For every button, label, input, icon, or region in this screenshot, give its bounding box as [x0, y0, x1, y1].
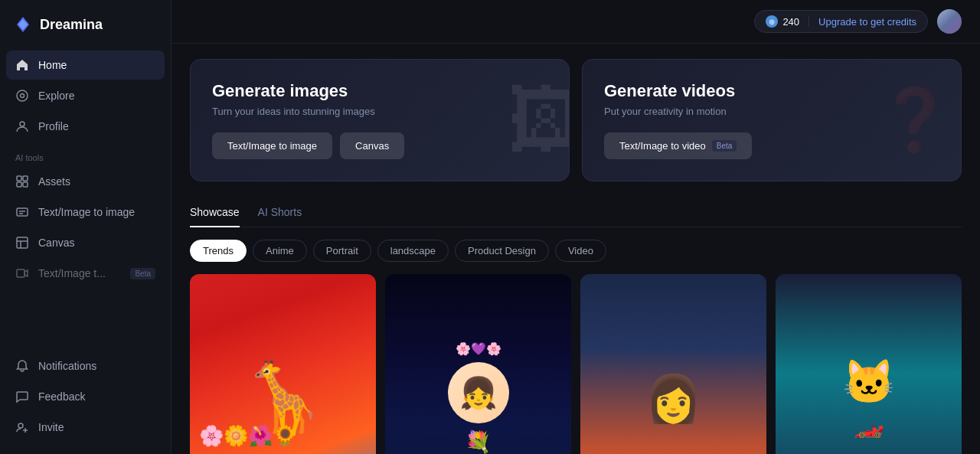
- filter-trends[interactable]: Trends: [190, 240, 247, 262]
- sidebar-label-feedback: Feedback: [38, 390, 85, 403]
- sidebar-item-home[interactable]: Home: [6, 51, 165, 80]
- credits-pill[interactable]: ⊕ 240 Upgrade to get credits: [754, 10, 928, 33]
- sidebar-label-text-image: Text/Image to image: [38, 206, 135, 218]
- hero-cards: 🖼 Generate images Turn your ideas into s…: [190, 59, 962, 181]
- generate-videos-card: ❓ Generate videos Put your creativity in…: [582, 59, 962, 181]
- sidebar-item-profile[interactable]: Profile: [6, 112, 165, 141]
- bell-icon: [15, 359, 29, 373]
- upgrade-link[interactable]: Upgrade to get credits: [818, 16, 916, 28]
- video-beta-badge: Beta: [712, 140, 737, 152]
- svg-rect-8: [17, 237, 28, 248]
- user-avatar[interactable]: [937, 9, 962, 34]
- showcase-tabs: Showcase AI Shorts: [190, 200, 962, 227]
- videos-card-title: Generate videos: [604, 81, 939, 101]
- filter-video[interactable]: Video: [555, 240, 606, 262]
- svg-rect-5: [17, 182, 21, 187]
- grid-item-giraffe[interactable]: 🦒 🌸🌼🌺🌻 🌷🌼: [190, 274, 376, 454]
- main-content: ⊕ 240 Upgrade to get credits 🖼 Generate …: [172, 0, 980, 454]
- video-icon: [15, 266, 29, 280]
- sidebar-label-canvas: Canvas: [38, 237, 74, 249]
- sidebar-item-text-image[interactable]: Text/Image to image: [6, 198, 165, 227]
- logo-area[interactable]: Dreamina: [0, 0, 171, 51]
- sidebar-label-assets: Assets: [38, 175, 70, 188]
- sidebar-item-assets[interactable]: Assets: [6, 167, 165, 196]
- filter-portrait[interactable]: Portrait: [313, 240, 371, 262]
- generate-images-card: 🖼 Generate images Turn your ideas into s…: [190, 59, 570, 181]
- sidebar: Dreamina Home Explore Profile AI tools: [0, 0, 172, 454]
- svg-rect-4: [23, 176, 28, 181]
- grid-item-portrait[interactable]: 👩 🌊: [580, 274, 766, 454]
- sidebar-label-explore: Explore: [38, 90, 74, 102]
- sidebar-label-profile: Profile: [38, 120, 69, 132]
- svg-point-10: [18, 423, 23, 428]
- sidebar-label-invite: Invite: [38, 421, 64, 433]
- text-image-button[interactable]: Text/Image to image: [212, 132, 332, 159]
- canvas-button[interactable]: Canvas: [340, 132, 404, 159]
- app-name: Dreamina: [40, 17, 103, 33]
- grid-item-cat-car[interactable]: 🐱 🏎️: [776, 274, 962, 454]
- sidebar-item-feedback[interactable]: Feedback: [6, 382, 165, 411]
- beta-badge: Beta: [130, 268, 155, 279]
- sidebar-item-text-video[interactable]: Text/Image t... Beta: [6, 259, 165, 288]
- grid-item-anime[interactable]: 🌸💜🌸 👧 💐 Gelyn Lakwatsera ♡ 17: [385, 274, 571, 454]
- videos-card-subtitle: Put your creativity in motion: [604, 106, 939, 117]
- tools-nav: Assets Text/Image to image Canvas Text/I…: [0, 167, 171, 288]
- avatar-image: [937, 9, 962, 34]
- assets-icon: [15, 175, 29, 188]
- sidebar-item-invite[interactable]: Invite: [6, 413, 165, 442]
- videos-card-buttons: Text/Image to video Beta: [604, 132, 939, 159]
- home-icon: [15, 58, 29, 72]
- feedback-icon: [15, 390, 29, 403]
- logo-icon: [12, 14, 34, 35]
- filter-landscape[interactable]: landscape: [377, 240, 449, 262]
- credits-divider: [808, 16, 809, 27]
- sidebar-bottom: Notifications Feedback Invite: [0, 351, 171, 454]
- canvas-icon: [15, 236, 29, 250]
- header: ⊕ 240 Upgrade to get credits: [172, 0, 980, 44]
- explore-icon: [15, 89, 29, 103]
- sidebar-label-home: Home: [38, 59, 67, 71]
- profile-icon: [15, 119, 29, 133]
- main-nav: Home Explore Profile: [0, 51, 171, 141]
- images-card-buttons: Text/Image to image Canvas: [212, 132, 547, 159]
- svg-point-1: [21, 94, 24, 98]
- text-video-button[interactable]: Text/Image to video Beta: [604, 132, 752, 159]
- svg-point-0: [17, 90, 28, 101]
- svg-rect-7: [17, 208, 28, 216]
- credits-count: 240: [782, 16, 799, 28]
- sidebar-item-notifications[interactable]: Notifications: [6, 351, 165, 381]
- text-image-icon: [15, 205, 29, 219]
- content-area: 🖼 Generate images Turn your ideas into s…: [172, 44, 980, 454]
- images-card-subtitle: Turn your ideas into stunning images: [212, 106, 547, 117]
- tab-ai-shorts[interactable]: AI Shorts: [258, 200, 302, 227]
- svg-rect-9: [17, 269, 24, 277]
- sidebar-item-canvas[interactable]: Canvas: [6, 228, 165, 257]
- sidebar-item-explore[interactable]: Explore: [6, 81, 165, 110]
- tab-showcase[interactable]: Showcase: [190, 200, 240, 227]
- svg-rect-3: [17, 176, 21, 181]
- sidebar-label-notifications: Notifications: [38, 360, 96, 372]
- invite-icon: [15, 420, 29, 434]
- images-card-title: Generate images: [212, 81, 547, 101]
- filter-product-design[interactable]: Product Design: [455, 240, 549, 262]
- filter-anime[interactable]: Anime: [253, 240, 307, 262]
- sidebar-label-text-video: Text/Image t...: [38, 267, 106, 279]
- image-grid: 🦒 🌸🌼🌺🌻 🌷🌼 🌸💜🌸 👧 💐 Gelyn Lakwats: [190, 274, 962, 454]
- credits-icon: ⊕: [766, 15, 778, 28]
- ai-tools-label: AI tools: [0, 141, 171, 167]
- text-video-label: Text/Image to video: [619, 140, 706, 152]
- svg-point-2: [20, 122, 24, 126]
- filter-pills: Trends Anime Portrait landscape Product …: [190, 240, 962, 262]
- svg-rect-6: [23, 182, 28, 187]
